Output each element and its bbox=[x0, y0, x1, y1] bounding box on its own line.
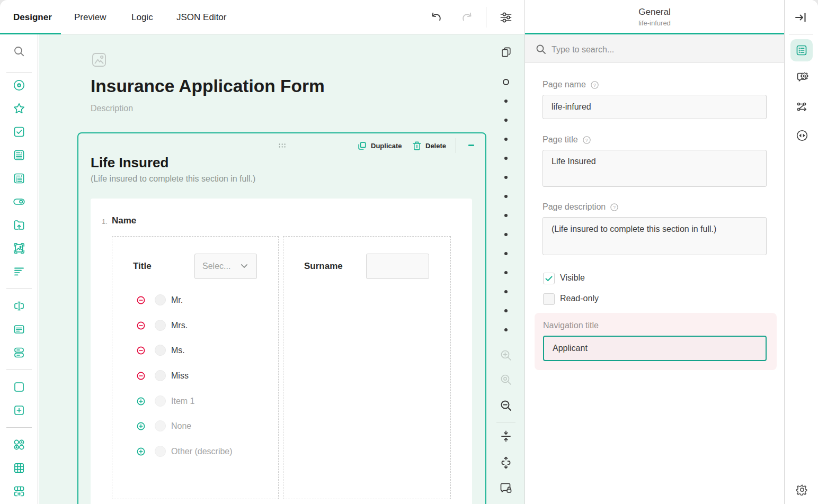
svg-text:?: ? bbox=[593, 82, 596, 87]
svg-text:?: ? bbox=[613, 204, 616, 210]
svg-text:?: ? bbox=[585, 137, 588, 142]
